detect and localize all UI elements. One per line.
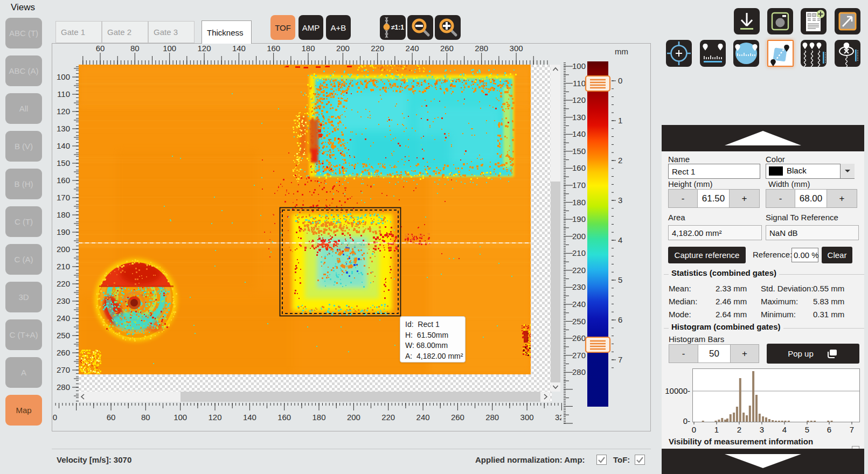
svg-text:mm: mm	[615, 47, 628, 56]
svg-text:2: 2	[737, 425, 741, 434]
svg-text:250: 250	[57, 331, 70, 340]
svg-text:3: 3	[760, 425, 764, 434]
svg-text:280: 280	[572, 367, 586, 377]
svg-text:250: 250	[572, 317, 586, 326]
svg-text:170: 170	[57, 193, 70, 202]
svg-text:280: 280	[485, 413, 499, 422]
svg-text:180: 180	[312, 413, 325, 422]
svg-text:120: 120	[208, 413, 221, 422]
svg-text:100: 100	[173, 413, 187, 422]
svg-text:140: 140	[57, 141, 70, 150]
svg-text:170: 170	[572, 180, 586, 190]
svg-text:300: 300	[510, 44, 523, 53]
svg-text:210: 210	[57, 262, 70, 271]
svg-text:1: 1	[714, 425, 719, 434]
svg-text:140: 140	[232, 44, 246, 53]
svg-text:0: 0	[53, 413, 57, 422]
svg-text:60: 60	[96, 44, 105, 53]
svg-text:220: 220	[371, 44, 384, 53]
svg-text:240: 240	[572, 299, 586, 309]
svg-text:260: 260	[440, 44, 454, 53]
svg-text:0-: 0-	[683, 416, 690, 426]
svg-text:270: 270	[572, 351, 586, 360]
svg-text:150: 150	[57, 158, 70, 168]
svg-text:160: 160	[267, 44, 280, 53]
svg-text:7: 7	[850, 425, 854, 434]
svg-text:10000-: 10000-	[665, 386, 690, 395]
svg-text:230: 230	[57, 296, 70, 305]
svg-text:100: 100	[163, 44, 176, 53]
svg-text:220: 220	[57, 279, 70, 288]
svg-text:240: 240	[416, 413, 430, 422]
svg-text:280: 280	[475, 44, 488, 53]
svg-text:≠1:1: ≠1:1	[391, 24, 404, 31]
svg-text:220: 220	[572, 266, 586, 275]
svg-text:190: 190	[572, 214, 586, 224]
svg-text:80: 80	[130, 44, 140, 53]
svg-text:180: 180	[572, 198, 586, 207]
svg-text:120: 120	[572, 95, 586, 104]
svg-text:1: 1	[618, 116, 622, 125]
svg-text:180: 180	[301, 44, 315, 53]
svg-text:240: 240	[57, 313, 70, 323]
svg-text:0: 0	[618, 76, 622, 85]
svg-text:260: 260	[572, 333, 586, 343]
svg-text:300: 300	[520, 413, 534, 422]
svg-text:4: 4	[782, 425, 787, 434]
svg-text:160: 160	[57, 176, 70, 185]
svg-text:120: 120	[197, 44, 211, 53]
svg-text:240: 240	[406, 44, 419, 53]
svg-text:230: 230	[572, 282, 586, 291]
svg-text:140: 140	[243, 413, 256, 422]
svg-text:6: 6	[618, 315, 622, 324]
svg-text:200: 200	[347, 413, 360, 422]
svg-text:120: 120	[57, 107, 70, 116]
svg-text:200: 200	[336, 44, 350, 53]
svg-text:200: 200	[57, 245, 70, 254]
svg-text:160: 160	[572, 163, 586, 172]
svg-text:7: 7	[618, 355, 622, 364]
svg-text:140: 140	[572, 129, 586, 138]
svg-text:100: 100	[57, 72, 70, 81]
svg-text:180: 180	[57, 210, 70, 219]
svg-text:5: 5	[805, 425, 809, 434]
svg-text:4: 4	[618, 235, 622, 245]
svg-text:130: 130	[572, 113, 586, 122]
svg-text:2: 2	[618, 156, 622, 165]
svg-text:0: 0	[692, 425, 696, 434]
svg-text:160: 160	[277, 413, 291, 422]
svg-text:260: 260	[57, 348, 70, 357]
svg-text:200: 200	[572, 232, 586, 241]
svg-text:150: 150	[572, 147, 586, 156]
svg-text:130: 130	[57, 124, 70, 133]
svg-text:110: 110	[57, 89, 70, 99]
svg-text:260: 260	[451, 413, 464, 422]
svg-text:100: 100	[572, 61, 586, 71]
svg-text:210: 210	[572, 248, 586, 257]
svg-text:190: 190	[57, 227, 70, 236]
svg-text:60: 60	[107, 413, 116, 422]
svg-text:280: 280	[57, 382, 70, 392]
svg-text:3: 3	[618, 196, 622, 205]
svg-text:80: 80	[141, 413, 150, 422]
svg-text:220: 220	[381, 413, 395, 422]
svg-text:270: 270	[57, 365, 70, 374]
svg-text:110: 110	[573, 79, 586, 88]
svg-text:5: 5	[618, 275, 622, 284]
svg-text:6: 6	[827, 425, 831, 434]
